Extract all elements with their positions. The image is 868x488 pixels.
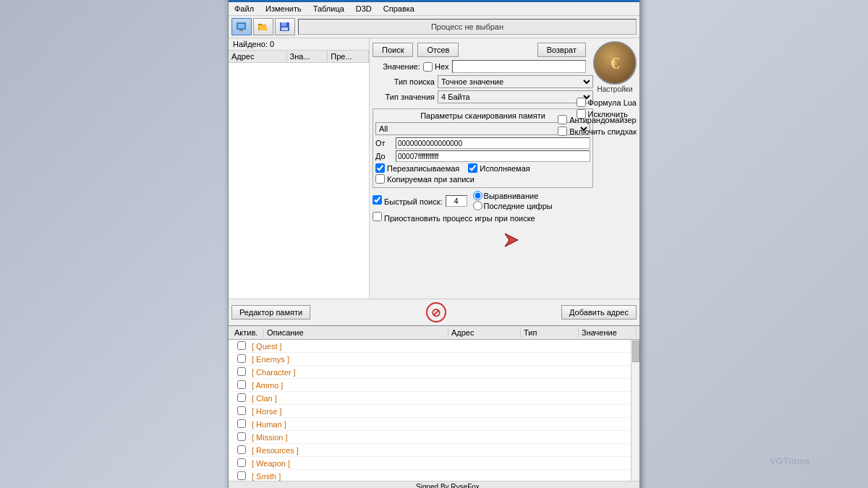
search-type-select[interactable]: Точное значение: [438, 75, 593, 88]
row-checkbox-cell[interactable]: [237, 354, 252, 364]
value-type-select[interactable]: 4 Байта: [438, 90, 593, 103]
executable-checkbox[interactable]: [468, 163, 477, 173]
col-desc: Описание: [264, 328, 448, 338]
settings-link[interactable]: Настройки: [597, 85, 632, 93]
row-checkbox[interactable]: [237, 393, 246, 402]
toolbar-process: Процесс не выбран: [229, 16, 639, 38]
save-button[interactable]: [275, 18, 295, 35]
filter-button[interactable]: Отсев: [417, 43, 459, 57]
bottom-buttons: Редактор памяти ⊘ Добавить адрес: [229, 299, 639, 325]
row-checkbox-cell[interactable]: [237, 471, 252, 481]
menu-table[interactable]: Таблица: [310, 4, 347, 14]
search-button[interactable]: Поиск: [373, 43, 413, 57]
open-button[interactable]: [253, 18, 273, 35]
align-radio-label: Выравнивание: [473, 191, 553, 200]
table-row[interactable]: [ Weapon ]: [229, 457, 639, 470]
return-button[interactable]: Возврат: [537, 43, 586, 57]
lua-formula-checkbox[interactable]: [576, 98, 586, 107]
svg-rect-7: [281, 27, 288, 30]
to-input[interactable]: [396, 150, 590, 162]
process-select-button[interactable]: [231, 18, 252, 35]
table-row[interactable]: [ Resources ]: [229, 444, 639, 457]
from-input[interactable]: [396, 137, 590, 149]
value-input[interactable]: [452, 60, 586, 73]
menu-help[interactable]: Справка: [380, 4, 417, 14]
lua-formula-label: Формула Lua: [576, 98, 637, 107]
pause-checkbox[interactable]: [373, 212, 382, 221]
arrow-icon: [503, 232, 519, 248]
fast-search-checkbox[interactable]: [373, 195, 382, 205]
row-checkbox[interactable]: [237, 471, 246, 480]
row-checkbox[interactable]: [237, 419, 246, 428]
table-row[interactable]: [ Smith ]: [229, 470, 639, 481]
ce-logo-area: € Настройки: [593, 41, 637, 93]
row-checkbox-cell[interactable]: [237, 419, 252, 429]
right-checkboxes-2: Антирандомайзер Включить спидхак: [558, 115, 637, 136]
found-label: Найдено: 0: [229, 38, 369, 51]
menu-file[interactable]: Файл: [231, 4, 257, 14]
row-checkbox-cell[interactable]: [237, 367, 252, 377]
row-checkbox[interactable]: [237, 445, 246, 454]
from-label: От: [375, 139, 393, 147]
row-checkbox[interactable]: [237, 458, 246, 467]
row-checkbox[interactable]: [237, 367, 246, 376]
row-checkbox-cell[interactable]: [237, 432, 252, 442]
process-bar[interactable]: Процесс не выбран: [298, 19, 637, 35]
row-desc: [ Human ]: [252, 420, 463, 429]
last-digits-radio[interactable]: [473, 201, 482, 210]
cancel-icon[interactable]: ⊘: [426, 302, 446, 322]
row-checkbox-cell[interactable]: [237, 458, 252, 468]
pause-row: Приостановить процесс игры при поиске: [373, 212, 593, 223]
table-row[interactable]: [ Human ]: [229, 418, 639, 431]
copyable-label: Копируемая при записи: [375, 174, 475, 184]
row-checkbox-cell[interactable]: [237, 341, 252, 351]
speedhack-checkbox[interactable]: [558, 127, 567, 136]
table-row[interactable]: [ Character ]: [229, 366, 639, 379]
antirandom-checkbox[interactable]: [558, 115, 567, 124]
pause-label: Приостановить процесс игры при поиске: [373, 212, 535, 223]
row-checkbox[interactable]: [237, 341, 246, 350]
right-panel: € Настройки Поиск Отсев Возврат Значение…: [370, 38, 639, 299]
svg-rect-6: [281, 22, 286, 26]
row-checkbox[interactable]: [237, 406, 246, 415]
row-checkbox-cell[interactable]: [237, 406, 252, 416]
row-checkbox-cell[interactable]: [237, 393, 252, 403]
col-prev: Пре...: [328, 51, 369, 62]
main-content: Найдено: 0 Адрес Зна... Пре... € Настрой…: [229, 38, 639, 299]
col-value: Зна...: [287, 51, 328, 62]
align-radio[interactable]: [473, 191, 482, 200]
copyable-checkbox[interactable]: [375, 174, 385, 184]
row-checkbox-cell[interactable]: [237, 380, 252, 390]
row-desc: [ Clan ]: [252, 394, 463, 403]
table-row[interactable]: [ Mission ]: [229, 431, 639, 444]
scrollbar-track[interactable]: [631, 340, 639, 481]
row-desc: [ Horse ]: [252, 407, 463, 416]
col-addr: Адрес: [448, 328, 521, 338]
fast-search-input[interactable]: [446, 195, 467, 207]
memory-editor-button[interactable]: Редактор памяти: [231, 305, 310, 320]
svg-rect-1: [238, 24, 244, 28]
table-row[interactable]: [ Clan ]: [229, 392, 639, 405]
signed-by: Signed By RyseFox: [416, 483, 480, 488]
rewritable-checkbox[interactable]: [375, 163, 385, 173]
row-checkbox[interactable]: [237, 380, 246, 389]
table-row[interactable]: [ Ammo ]: [229, 379, 639, 392]
table-row[interactable]: [ Enemys ]: [229, 353, 639, 366]
hex-checkbox[interactable]: [423, 62, 433, 72]
row-desc: [ Smith ]: [252, 472, 463, 481]
menu-d3d[interactable]: D3D: [353, 4, 375, 14]
watermark: VGTimes: [770, 455, 810, 466]
table-row[interactable]: [ Quest ]: [229, 340, 639, 353]
row-desc: [ Resources ]: [252, 446, 463, 455]
menu-edit[interactable]: Изменить: [263, 4, 305, 14]
add-address-button[interactable]: Добавить адрес: [561, 305, 637, 320]
row-checkbox[interactable]: [237, 354, 246, 363]
table-row[interactable]: [ Horse ]: [229, 405, 639, 418]
scrollbar-thumb[interactable]: [632, 341, 639, 362]
row-desc: [ Character ]: [252, 368, 463, 377]
row-checkbox-cell[interactable]: [237, 445, 252, 455]
row-desc: [ Ammo ]: [252, 381, 463, 390]
row-checkbox[interactable]: [237, 432, 246, 441]
toolbar-icon-buttons: [231, 18, 295, 35]
results-list[interactable]: [229, 63, 369, 299]
